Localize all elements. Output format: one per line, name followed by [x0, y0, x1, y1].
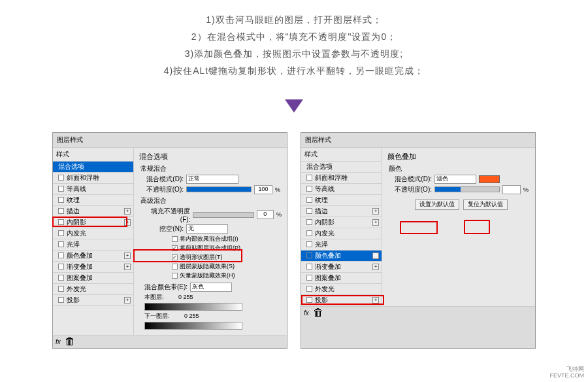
style-bevel[interactable]: 斜面和浮雕 — [301, 173, 382, 184]
plus-icon[interactable]: + — [124, 297, 131, 304]
opacity-input[interactable]: 100 — [254, 185, 272, 194]
dialog-title: 图层样式 — [53, 133, 287, 147]
style-gradient-overlay[interactable]: 渐变叠加+ — [301, 262, 382, 273]
style-contour[interactable]: 等高线 — [301, 184, 382, 195]
opacity-slider[interactable] — [434, 186, 500, 192]
style-texture[interactable]: 纹理 — [301, 195, 382, 206]
trash-icon[interactable]: 🗑 — [313, 307, 323, 319]
dialog-panels: 图层样式 样式 混合选项 斜面和浮雕 等高线 纹理 描边+ 内阴影+ 内发光 光… — [0, 132, 588, 349]
style-inner-glow[interactable]: 内发光 — [301, 228, 382, 239]
highlight-box-1 — [52, 217, 127, 227]
plus-icon[interactable]: + — [372, 219, 379, 226]
down-triangle-icon — [285, 99, 303, 113]
style-stroke[interactable]: 描边+ — [301, 206, 382, 217]
plus-icon[interactable]: + — [372, 208, 379, 215]
fill-opacity-input[interactable]: 0 — [257, 210, 274, 219]
plus-icon[interactable]: + — [124, 264, 131, 270]
section-title: 混合选项 — [139, 152, 282, 162]
instruction-2: 2）在混合模式中，将"填充不透明度"设置为0； — [0, 29, 588, 46]
style-blend-options[interactable]: 混合选项 — [301, 162, 382, 173]
check-mask-hide[interactable]: 图层蒙版隐藏效果(S) — [139, 262, 282, 271]
sub-title-general: 常规混合 — [139, 164, 282, 173]
style-satin[interactable]: 光泽 — [301, 239, 382, 251]
blend-if-select[interactable]: 灰色 — [190, 283, 232, 292]
check-vector-hide[interactable]: 矢量蒙版隐藏效果(H) — [139, 271, 282, 280]
instruction-4: 4)按住ALt键拖动复制形状，进行水平翻转，另一眼眶完成； — [0, 63, 588, 80]
instructions: 1)双击河马眼眶的图层，打开图层样式； 2）在混合模式中，将"填充不透明度"设置… — [0, 0, 588, 85]
reset-default-button[interactable]: 复位为默认值 — [463, 200, 508, 210]
dialog-footer: fx 🗑 — [53, 335, 287, 348]
fill-opacity-slider[interactable] — [193, 212, 253, 218]
style-outer-glow[interactable]: 外发光 — [53, 284, 133, 295]
styles-list: 样式 混合选项 斜面和浮雕 等高线 纹理 描边+ 内阴影+ 内发光 光泽 颜色叠… — [53, 148, 134, 335]
layer-style-dialog-1: 图层样式 样式 混合选项 斜面和浮雕 等高线 纹理 描边+ 内阴影+ 内发光 光… — [52, 132, 287, 349]
color-swatch[interactable] — [479, 175, 500, 183]
opacity-label: 不透明度(O): — [393, 185, 432, 194]
plus-icon[interactable]: + — [372, 252, 379, 259]
style-drop-shadow[interactable]: 投影+ — [53, 295, 133, 306]
styles-header: 样式 — [53, 148, 133, 162]
fx-icon[interactable]: fx — [56, 338, 61, 345]
style-satin[interactable]: 光泽 — [53, 239, 133, 251]
watermark: 飞特网 FEVTE.COM — [549, 366, 584, 379]
sub-title-color: 颜色 — [387, 164, 530, 173]
knockout-label: 挖空(N): — [144, 224, 184, 234]
this-layer-gradient[interactable] — [144, 303, 242, 311]
this-layer-label: 本图层: — [144, 294, 164, 300]
style-blend-options[interactable]: 混合选项 — [53, 162, 133, 173]
style-color-overlay[interactable]: 颜色叠加+ — [301, 251, 382, 262]
under-layer-gradient[interactable] — [144, 322, 242, 330]
styles-list: 样式 混合选项 斜面和浮雕 等高线 纹理 描边+ 内阴影+ 内发光 光泽 颜色叠… — [301, 148, 382, 306]
style-color-overlay[interactable]: 颜色叠加+ — [53, 251, 133, 262]
under-layer-label: 下一图层: — [144, 313, 170, 319]
plus-icon[interactable]: + — [372, 264, 379, 270]
make-default-button[interactable]: 设置为默认值 — [415, 200, 459, 210]
trash-icon[interactable]: 🗑 — [65, 336, 75, 347]
dialog-footer: fx 🗑 — [301, 306, 535, 319]
instruction-3: 3)添加颜色叠加，按照图示中设置参数与不透明度; — [0, 46, 588, 63]
highlight-box-3 — [301, 295, 384, 305]
highlight-box-4 — [400, 221, 438, 234]
instruction-1: 1)双击河马眼眶的图层，打开图层样式； — [0, 12, 588, 29]
plus-icon[interactable]: + — [124, 252, 131, 259]
plus-icon[interactable]: + — [124, 208, 131, 215]
opacity-slider[interactable] — [186, 186, 252, 192]
blend-mode-select[interactable]: 滤色 — [434, 175, 476, 184]
style-inner-glow[interactable]: 内发光 — [53, 228, 133, 239]
blend-options-panel: 混合选项 常规混合 混合模式(D): 正常 不透明度(O): 100 % 高级混… — [134, 148, 287, 335]
sub-title-advanced: 高级混合 — [139, 196, 282, 205]
opacity-label: 不透明度(O): — [144, 185, 184, 194]
style-stroke[interactable]: 描边+ — [53, 206, 133, 217]
blend-mode-label: 混合模式(D): — [144, 175, 184, 184]
style-contour[interactable]: 等高线 — [53, 184, 133, 195]
blend-mode-label: 混合模式(D): — [393, 175, 432, 184]
style-texture[interactable]: 纹理 — [53, 195, 133, 206]
style-pattern-overlay[interactable]: 图案叠加 — [301, 273, 382, 284]
check-interior[interactable]: 将内部效果混合成组(I) — [139, 235, 282, 243]
layer-style-dialog-2: 图层样式 样式 混合选项 斜面和浮雕 等高线 纹理 描边+ 内阴影+ 内发光 光… — [301, 132, 536, 349]
style-outer-glow[interactable]: 外发光 — [301, 284, 382, 295]
styles-header: 样式 — [301, 148, 382, 162]
style-gradient-overlay[interactable]: 渐变叠加+ — [53, 262, 133, 273]
highlight-box-5 — [464, 220, 490, 234]
highlight-box-2 — [133, 249, 242, 262]
blend-if-label: 混合颜色带(E): — [144, 283, 188, 292]
opacity-input[interactable] — [502, 185, 521, 194]
fill-opacity-label: 填充不透明度(F): — [144, 207, 190, 223]
knockout-select[interactable]: 无 — [186, 224, 228, 234]
style-bevel[interactable]: 斜面和浮雕 — [53, 173, 133, 184]
style-inner-shadow[interactable]: 内阴影+ — [301, 217, 382, 228]
style-pattern-overlay[interactable]: 图案叠加 — [53, 273, 133, 284]
blend-mode-select[interactable]: 正常 — [186, 175, 238, 184]
section-title: 颜色叠加 — [387, 152, 530, 162]
fx-icon[interactable]: fx — [304, 309, 309, 317]
dialog-title: 图层样式 — [301, 133, 535, 147]
